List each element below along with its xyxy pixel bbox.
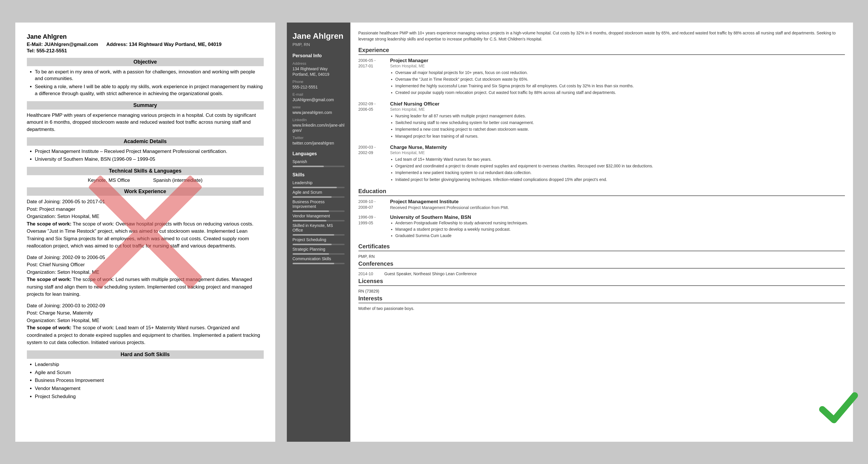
skills-title: Skills (292, 172, 345, 177)
work-scope-1: The scope of work: The scope of work: Ov… (27, 220, 264, 250)
list-item: Organized and coordinated a project to d… (396, 163, 845, 169)
exp-job-1: Project Manager (390, 58, 845, 64)
edu-bullets-2: Andersen Postgraduate Fellowship to stud… (390, 220, 845, 238)
exp-entry-1: 2006-05 -2017-01 Project Manager Seton H… (359, 58, 845, 96)
conf-entry-1: 2014-10 Guest Speaker, Northeast Shingo … (359, 271, 845, 278)
list-item: Switched nursing staff to new scheduling… (396, 120, 845, 125)
language-bar (292, 166, 345, 167)
bad-email-line: E-Mail: JUAhlgren@gmail.com Address: 134… (27, 41, 264, 48)
resume-main: Passionate healthcare PMP with 10+ years… (350, 23, 853, 442)
list-item: Led team of 15+ Maternity Ward nurses fo… (396, 156, 845, 162)
www-value: www.janeahlgren.com (292, 110, 345, 115)
exp-content-3: Charge Nurse, Maternity Seton Hospital, … (390, 145, 845, 183)
good-resume: Jane Ahlgren PMP, RN Personal Info Addre… (287, 23, 853, 442)
www-label: www (292, 105, 345, 109)
skill-item: Business Process Improvement (292, 200, 345, 209)
exp-bullets-3: Led team of 15+ Maternity Ward nurses fo… (390, 156, 845, 182)
work-post-2: Post: Chief Nursing Officer (27, 261, 264, 268)
exp-content-1: Project Manager Seton Hospital, ME Overs… (390, 58, 845, 96)
exp-entry-2: 2002-09 -2006-05 Chief Nursing Officer S… (359, 101, 845, 140)
conferences-title: Conferences (359, 260, 845, 268)
skill-item: Project Scheduling (292, 237, 345, 242)
resume-sidebar: Jane Ahlgren PMP, RN Personal Info Addre… (287, 23, 350, 442)
linkedin-value: www.linkedin.com/in/jane-ahlgren/ (292, 123, 345, 134)
address-label: Address (292, 61, 345, 66)
edu-entry-1: 2008-10 -2008-07 Project Management Inst… (359, 199, 845, 210)
bad-name: Jane Ahlgren (27, 33, 264, 40)
list-item: Seeking a role, where I will be able to … (35, 83, 264, 97)
list-item: Created our popular supply room relocati… (396, 90, 845, 95)
conf-desc-1: Guest Speaker, Northeast Shingo Lean Con… (384, 271, 477, 276)
twitter-label: Twitter (292, 136, 345, 140)
list-item: Implemented a new cost tracking project … (396, 126, 845, 132)
exp-dates-1: 2006-05 -2017-01 (359, 58, 390, 96)
cert-value: PMP, RN (359, 254, 845, 259)
skill-bar-1 (292, 196, 345, 198)
list-item: Oversaw all major hospital projects for … (396, 70, 845, 76)
list-item: Agile and Scrum (35, 369, 264, 376)
skill-bar-2 (292, 210, 345, 212)
address-value: 134 Rightward Way Portland, ME, 04019 (129, 41, 222, 47)
list-item: Managed a student project to develop a w… (396, 227, 845, 232)
list-item: Project Scheduling (35, 393, 264, 400)
exp-entry-3: 2000-03 -2002-09 Charge Nurse, Maternity… (359, 145, 845, 183)
edu-dates-2: 1996-09 -1999-05 (359, 214, 390, 239)
email-label: E-mail (292, 92, 345, 96)
email-value: JUAhlgren@gmail.com (292, 97, 345, 103)
exp-job-3: Charge Nurse, Maternity (390, 145, 845, 150)
exp-org-1: Seton Hospital, ME (390, 64, 845, 68)
address-value: 134 Rightward WayPortland, ME, 04019 (292, 66, 345, 77)
skill-bar-0 (292, 187, 345, 188)
exp-dates-3: 2000-03 -2002-09 (359, 145, 390, 183)
certificates-title: Certificates (359, 243, 845, 251)
exp-job-2: Chief Nursing Officer (390, 101, 845, 107)
edu-inst-1: Project Management Institute (390, 199, 845, 205)
skill-bar-4 (292, 234, 345, 236)
bad-work-header: Work Experience (27, 187, 264, 196)
tel-value: 555-212-5551 (36, 48, 67, 54)
bad-resume: Jane Ahlgren E-Mail: JUAhlgren@gmail.com… (15, 23, 275, 442)
exp-org-3: Seton Hospital, ME (390, 150, 845, 155)
email-value: JUAhlgren@gmail.com (44, 41, 98, 47)
email-label: E-Mail: (27, 41, 43, 47)
bad-tel-line: Tel: 555-212-5551 (27, 48, 264, 54)
skill-item: Skilled in Keynote, MS Office (292, 223, 345, 232)
experience-title: Experience (359, 47, 845, 55)
list-item: Leadership (35, 361, 264, 368)
edu-content-1: Project Management Institute Received Pr… (390, 199, 845, 210)
work-entry-2: Date of Joining: 2002-09 to 2006-05 Post… (27, 254, 264, 298)
work-org-2: Organization: Seton Hospital, ME (27, 268, 264, 276)
interests-title: Interests (359, 295, 845, 303)
skill-bar-6 (292, 253, 345, 255)
skill-item: Vendor Management (292, 214, 345, 218)
licenses-title: Licenses (359, 278, 845, 286)
skill-item: Agile and Scrum (292, 190, 345, 195)
edu-content-2: University of Southern Maine, BSN Anders… (390, 214, 845, 239)
good-title: PMP, RN (292, 42, 345, 47)
work-org-3: Organization: Seton Hospital, ME (27, 317, 264, 324)
work-post-3: Post: Charge Nurse, Maternity (27, 309, 264, 317)
list-item: Managed project for lean training of all… (396, 133, 845, 139)
exp-bullets-1: Oversaw all major hospital projects for … (390, 70, 845, 96)
list-item: Initiated project for better gloving/gow… (396, 177, 845, 182)
address-label: Address: (106, 41, 128, 47)
main-container: Jane Ahlgren E-Mail: JUAhlgren@gmail.com… (15, 23, 853, 442)
bad-academic-header: Academic Details (27, 137, 264, 146)
list-item: Business Process Improvement (35, 377, 264, 384)
work-scope-3: The scope of work: The scope of work: Le… (27, 324, 264, 346)
bad-objective-header: Objective (27, 58, 264, 66)
list-item: University of Southern Maine, BSN (1996-… (35, 156, 264, 163)
lic-value: RN (73829) (359, 289, 845, 293)
work-entry-3: Date of Joining: 2000-03 to 2002-09 Post… (27, 302, 264, 346)
int-value: Mother of two passionate boys. (359, 306, 845, 311)
list-item: Project Management Institute – Received … (35, 148, 264, 155)
edu-entry-2: 1996-09 -1999-05 University of Southern … (359, 214, 845, 239)
list-item: To be an expert in my area of work, with… (35, 68, 264, 82)
exp-dates-2: 2002-09 -2006-05 (359, 101, 390, 140)
skill-bar-3 (292, 220, 345, 222)
work-post-1: Post: Project manager (27, 206, 264, 213)
exp-bullets-2: Nursing leader for all 87 nurses with mu… (390, 113, 845, 139)
language-bar-fill (292, 166, 324, 167)
personal-info-title: Personal Info (292, 53, 345, 58)
work-dates-2: Date of Joining: 2002-09 to 2006-05 (27, 254, 264, 261)
